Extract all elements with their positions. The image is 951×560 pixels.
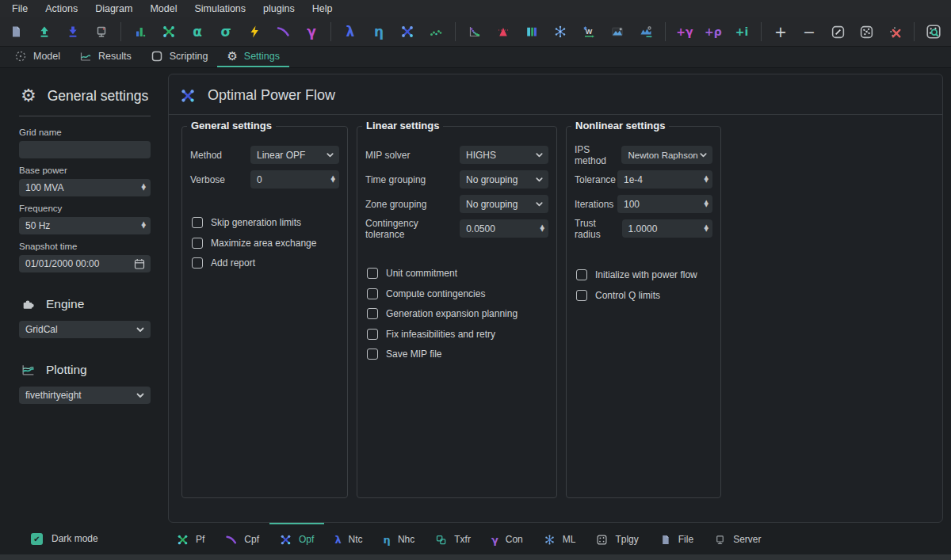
checkbox-unit-commitment[interactable]: Unit commitment xyxy=(367,268,548,279)
checkbox-control-q-limits[interactable]: Control Q limits xyxy=(576,290,712,301)
menu-help[interactable]: Help xyxy=(304,0,342,17)
distribution-button[interactable] xyxy=(489,20,518,44)
verbose-spinner[interactable]: 0 ▲▼ xyxy=(250,170,339,189)
tab-server[interactable]: Server xyxy=(704,523,771,554)
add-i-button[interactable]: +i xyxy=(728,20,756,44)
engine-title: Engine xyxy=(46,297,84,311)
tab-opf-label: Opf xyxy=(299,534,314,545)
snapshot-time-input[interactable]: 01/01/2000 00:00 xyxy=(19,255,151,272)
tab-model-label: Model xyxy=(33,51,60,62)
power-flow-x-icon xyxy=(162,25,176,39)
dark-mode-toggle[interactable]: ✔ Dark mode xyxy=(0,523,166,554)
checkbox-fix-infeasibilities[interactable]: Fix infeasibilities and retry xyxy=(367,329,548,340)
spinner-arrows[interactable]: ▲▼ xyxy=(331,177,335,183)
columns-button[interactable] xyxy=(518,20,546,44)
decay-plot-button[interactable] xyxy=(460,20,489,44)
plotting-select[interactable]: fivethirtyeight xyxy=(19,387,151,404)
bar-chart-button[interactable] xyxy=(126,20,155,44)
tab-txfr-label: Txfr xyxy=(454,534,471,545)
menu-model[interactable]: Model xyxy=(141,0,185,17)
sigma-button[interactable]: σ xyxy=(212,20,240,44)
frequency-spinner[interactable]: 50 Hz ▲▼ xyxy=(19,217,151,234)
zoom-in-button[interactable]: + xyxy=(766,20,795,44)
spinner-arrows[interactable]: ▲▼ xyxy=(705,201,708,208)
trust-radius-label: Trust radius xyxy=(575,218,622,240)
server-connect-button[interactable] xyxy=(87,20,116,44)
mip-solver-select[interactable]: HIGHS xyxy=(460,146,548,164)
tab-nhc[interactable]: η Nhc xyxy=(373,523,426,554)
stochastic-button[interactable] xyxy=(422,20,450,44)
open-file-button[interactable] xyxy=(30,20,59,44)
ips-method-label: IPS method xyxy=(575,144,621,166)
gamma-button[interactable]: γ xyxy=(297,20,326,44)
server-monitor-icon xyxy=(714,534,726,546)
curve-swoosh-icon xyxy=(276,25,290,39)
tab-cpf[interactable]: Cpf xyxy=(215,523,269,554)
checkbox-skip-generation-limits[interactable]: Skip generation limits xyxy=(192,217,339,228)
zoom-out-button[interactable]: − xyxy=(795,20,823,44)
tab-ml[interactable]: ML xyxy=(533,523,586,554)
calendar-icon[interactable] xyxy=(133,257,146,270)
power-flow-button[interactable] xyxy=(155,20,183,44)
zone-grouping-select[interactable]: No grouping xyxy=(460,195,548,213)
checkbox-compute-contingencies[interactable]: Compute contingencies xyxy=(367,288,548,299)
continuation-power-flow-button[interactable] xyxy=(269,20,297,44)
tab-scripting[interactable]: Scripting xyxy=(141,47,218,67)
tab-opf[interactable]: Opf xyxy=(269,523,324,554)
grid-reduction-button[interactable] xyxy=(546,20,575,44)
expand-diagram-button[interactable] xyxy=(823,20,852,44)
method-select[interactable]: Linear OPF xyxy=(250,146,339,164)
delete-selected-button[interactable] xyxy=(880,20,909,44)
tab-model[interactable]: Model xyxy=(5,47,70,67)
iterations-spinner[interactable]: 100 ▲▼ xyxy=(617,195,712,213)
menu-simulations[interactable]: Simulations xyxy=(185,0,254,17)
eta-button[interactable]: η xyxy=(365,20,393,44)
spinner-arrows[interactable]: ▲▼ xyxy=(705,226,708,232)
tab-file[interactable]: File xyxy=(649,523,704,554)
menu-diagram[interactable]: Diagram xyxy=(86,0,141,17)
distribution-peak-icon xyxy=(496,25,510,39)
tab-txfr[interactable]: Txfr xyxy=(425,523,481,554)
ips-method-select[interactable]: Newton Raphson xyxy=(621,146,712,164)
checkbox-initialize-power-flow[interactable]: Initialize with power flow xyxy=(576,269,712,280)
spinner-arrows[interactable]: ▲▼ xyxy=(705,177,708,183)
contingency-tolerance-spinner[interactable]: 0.0500 ▲▼ xyxy=(460,219,548,238)
auto-layout-button[interactable] xyxy=(852,20,880,44)
spinner-arrows[interactable]: ▲▼ xyxy=(142,185,146,191)
svg-text:W: W xyxy=(586,28,593,36)
checkbox-icon xyxy=(192,238,203,249)
tab-ntc[interactable]: λ Ntc xyxy=(324,523,372,554)
new-file-button[interactable] xyxy=(2,20,30,44)
menu-file[interactable]: File xyxy=(3,0,36,17)
image-cluster-button[interactable] xyxy=(603,20,632,44)
trust-radius-spinner[interactable]: 1.0000 ▲▼ xyxy=(622,219,712,238)
add-rho-button[interactable]: +ρ xyxy=(699,20,728,44)
menu-actions[interactable]: Actions xyxy=(36,0,86,17)
checkbox-add-report[interactable]: Add report xyxy=(192,257,339,269)
optimal-power-flow-button[interactable] xyxy=(393,20,422,44)
checkbox-maximize-area-exchange[interactable]: Maximize area exchange xyxy=(192,238,339,249)
tab-tplgy[interactable]: Tplgy xyxy=(586,523,648,554)
time-grouping-select[interactable]: No grouping xyxy=(460,170,548,189)
investments-button[interactable]: W xyxy=(575,20,603,44)
mountain-analysis-button[interactable] xyxy=(632,20,660,44)
lambda-button[interactable]: λ xyxy=(336,20,365,44)
tab-pf[interactable]: Pf xyxy=(166,523,215,554)
find-node-button[interactable] xyxy=(919,20,948,44)
tab-results[interactable]: Results xyxy=(70,47,141,67)
short-circuit-button[interactable] xyxy=(240,20,269,44)
checkbox-save-mip-file[interactable]: Save MIP file xyxy=(367,349,548,360)
checkbox-generation-expansion[interactable]: Generation expansion planning xyxy=(367,308,548,319)
menu-plugins[interactable]: plugins xyxy=(254,0,304,17)
tab-settings[interactable]: ⚙ Settings xyxy=(217,47,289,67)
tab-con[interactable]: γ Con xyxy=(481,523,533,554)
save-file-button[interactable] xyxy=(59,20,87,44)
tolerance-spinner[interactable]: 1e-4 ▲▼ xyxy=(617,170,712,189)
alpha-button[interactable]: α xyxy=(183,20,212,44)
base-power-spinner[interactable]: 100 MVA ▲▼ xyxy=(19,179,151,196)
spinner-arrows[interactable]: ▲▼ xyxy=(142,223,146,229)
spinner-arrows[interactable]: ▲▼ xyxy=(540,226,544,232)
add-gamma-button[interactable]: +γ xyxy=(670,20,699,44)
engine-select[interactable]: GridCal xyxy=(19,321,151,338)
grid-name-input[interactable] xyxy=(19,141,151,158)
